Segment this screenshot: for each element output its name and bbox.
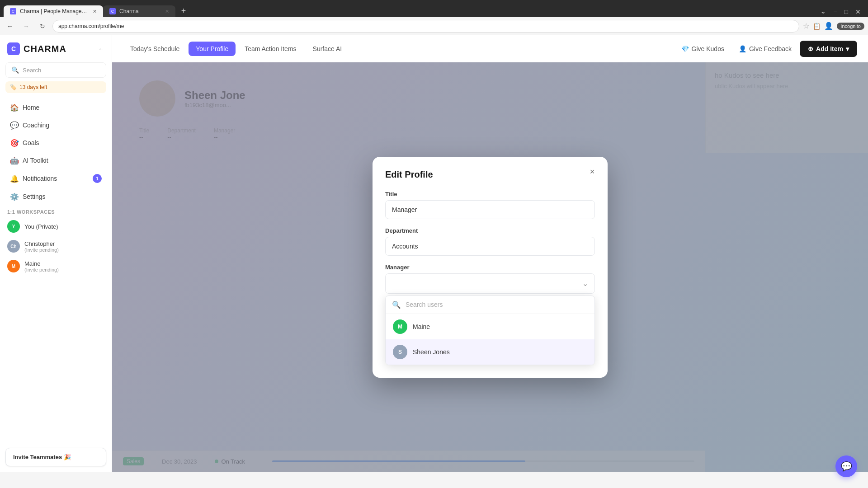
coaching-icon: 💬 — [10, 121, 18, 129]
topnav-todays-schedule[interactable]: Today's Schedule — [123, 42, 187, 56]
main-area: Today's Schedule Your Profile Team Actio… — [112, 35, 868, 472]
sidebar-item-coaching[interactable]: 💬 Coaching — [3, 117, 109, 134]
notifications-icon: 🔔 — [10, 174, 18, 183]
workspace-label-christopher: Christopher — [24, 240, 59, 247]
topnav-team-action-items[interactable]: Team Action Items — [237, 42, 303, 56]
avatar-sheen-option: S — [393, 345, 407, 359]
feedback-icon: 👤 — [739, 45, 746, 52]
sidebar-item-home[interactable]: 🏠 Home — [3, 99, 109, 116]
browser-chrome: C Charma | People Management ... ✕ C Cha… — [0, 0, 868, 35]
topnav-surface-ai[interactable]: Surface AI — [306, 42, 349, 56]
workspaces-section-label: 1:1 Workspaces — [0, 206, 112, 216]
department-field-label: Department — [385, 227, 595, 234]
tab-label-1: Charma | People Management ... — [20, 8, 89, 14]
trial-icon: 🏷️ — [10, 84, 17, 90]
avatar-christopher: Ch — [7, 240, 20, 253]
tab-favicon-2: C — [109, 8, 116, 14]
give-feedback-btn[interactable]: 👤 Give Feedback — [732, 42, 798, 56]
avatar-maine: M — [7, 260, 20, 272]
manager-dropdown[interactable]: ⌄ — [385, 273, 595, 294]
workspace-item-christopher[interactable]: Ch Christopher (Invite pending) — [0, 236, 112, 256]
workspace-info-maine: Maine (Invite pending) — [24, 260, 59, 272]
tab-label-2: Charma — [119, 8, 161, 14]
trial-label: 13 days left — [19, 84, 47, 90]
browser-tab-inactive[interactable]: C Charma ✕ — [103, 5, 175, 17]
diamond-icon: 💎 — [681, 45, 689, 52]
user-search-input[interactable] — [406, 301, 588, 308]
chevron-down-icon: ⌄ — [582, 279, 588, 288]
address-bar-row: ← → ↻ ☆ 📋 👤 Incognito — [0, 17, 868, 35]
topnav: Today's Schedule Your Profile Team Actio… — [112, 35, 868, 62]
sidebar-item-label-coaching: Coaching — [23, 122, 49, 129]
sidebar-item-ai-toolkit[interactable]: 🤖 AI Toolkit — [3, 152, 109, 169]
modal-overlay: Edit Profile × Title Department Manager … — [112, 62, 868, 472]
sidebar-item-goals[interactable]: 🎯 Goals — [3, 134, 109, 151]
search-label: Search — [23, 67, 41, 74]
maximize-btn[interactable]: □ — [841, 6, 852, 17]
department-field-input[interactable] — [385, 237, 595, 256]
workspace-item-maine[interactable]: M Maine (Invite pending) — [0, 256, 112, 276]
sidebar-item-label-home: Home — [23, 104, 39, 111]
sidebar-search-btn[interactable]: 🔍 Search — [5, 62, 106, 78]
title-field-input[interactable] — [385, 200, 595, 219]
add-item-chevron: ▾ — [846, 45, 849, 52]
browser-tab-active[interactable]: C Charma | People Management ... ✕ — [4, 5, 103, 17]
add-item-btn[interactable]: ⊕ Add Item ▾ — [800, 41, 857, 57]
address-input[interactable] — [52, 20, 799, 33]
sidebar-item-label-notifications: Notifications — [23, 175, 57, 182]
incognito-badge: Incognito — [837, 23, 864, 30]
tab-favicon-1: C — [10, 8, 16, 14]
profile-icon[interactable]: 👤 — [824, 22, 833, 30]
star-icon[interactable]: ☆ — [803, 22, 809, 30]
minimize-btn[interactable]: − — [830, 6, 840, 17]
invite-label: Invite Teammates 🎉 — [13, 454, 71, 460]
workspace-label-you: You (Private) — [24, 223, 58, 230]
invite-teammates-btn[interactable]: Invite Teammates 🎉 — [5, 448, 106, 466]
settings-icon: ⚙️ — [10, 192, 18, 201]
logo-icon: C — [7, 42, 20, 55]
sidebar-logo-area: C CHARMA ← — [0, 35, 112, 62]
app-layout: C CHARMA ← 🔍 Search 🏷️ 13 days left 🏠 Ho… — [0, 35, 868, 472]
tab-close-2[interactable]: ✕ — [165, 9, 169, 14]
edit-profile-modal: Edit Profile × Title Department Manager … — [373, 157, 608, 378]
chat-icon: 💬 — [841, 461, 852, 472]
close-window-btn[interactable]: ✕ — [852, 6, 864, 17]
search-icon: 🔍 — [11, 66, 19, 74]
logo-text: CHARMA — [24, 44, 66, 54]
workspace-label-maine: Maine — [24, 260, 59, 267]
search-icon-green: 🔍 — [392, 300, 401, 309]
topnav-your-profile[interactable]: Your Profile — [189, 42, 236, 56]
modal-title: Edit Profile — [385, 169, 595, 180]
collapse-sidebar-btn[interactable]: ← — [98, 45, 104, 52]
dropdown-option-sheen-jones[interactable]: S Sheen Jones — [386, 339, 594, 365]
give-kudos-label: Give Kudos — [692, 45, 724, 52]
home-icon: 🏠 — [10, 103, 18, 112]
new-tab-btn[interactable]: + — [177, 5, 190, 17]
tab-close-1[interactable]: ✕ — [93, 9, 97, 14]
title-field-label: Title — [385, 191, 595, 197]
workspace-info-christopher: Christopher (Invite pending) — [24, 240, 59, 253]
dropdown-option-maine[interactable]: M Maine — [386, 314, 594, 339]
workspace-sub-christopher: (Invite pending) — [24, 247, 59, 253]
workspace-sub-maine: (Invite pending) — [24, 267, 59, 272]
plus-icon: ⊕ — [808, 45, 813, 52]
refresh-btn[interactable]: ↻ — [36, 20, 49, 33]
sidebar-item-settings[interactable]: ⚙️ Settings — [3, 188, 109, 205]
sidebar-item-notifications[interactable]: 🔔 Notifications 1 — [3, 169, 109, 188]
manager-field-label: Manager — [385, 264, 595, 271]
ai-toolkit-icon: 🤖 — [10, 156, 18, 164]
option-label-maine: Maine — [413, 323, 430, 330]
sidebar: C CHARMA ← 🔍 Search 🏷️ 13 days left 🏠 Ho… — [0, 35, 112, 472]
avatar-you: Y — [7, 220, 20, 233]
notifications-badge: 1 — [93, 174, 102, 183]
page-background: Sheen Jone fb193c18@moo... Title -- Depa… — [112, 62, 868, 472]
give-kudos-btn[interactable]: 💎 Give Kudos — [675, 42, 731, 56]
workspace-item-you-private[interactable]: Y You (Private) — [0, 216, 112, 236]
forward-btn[interactable]: → — [20, 20, 33, 33]
sidebar-item-label-ai-toolkit: AI Toolkit — [23, 157, 48, 164]
back-btn[interactable]: ← — [4, 20, 16, 33]
tab-dropdown-btn[interactable]: ⌄ — [816, 5, 830, 17]
reader-icon[interactable]: 📋 — [813, 23, 821, 30]
modal-close-btn[interactable]: × — [586, 166, 599, 178]
goals-icon: 🎯 — [10, 139, 18, 147]
